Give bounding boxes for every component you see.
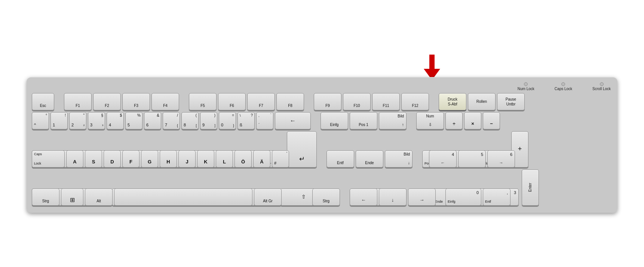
key-j[interactable]: J: [178, 150, 196, 168]
key-pgdn[interactable]: Bild ↓: [385, 150, 413, 168]
key-f2[interactable]: F2: [93, 93, 121, 110]
key-sz[interactable]: ? ß \: [237, 112, 255, 129]
key-6[interactable]: & 6: [144, 112, 161, 129]
num-row: ° ^ ! 1 " 2 ² § 3 ³ $ 4 % 5: [32, 112, 612, 129]
key-alt-gr[interactable]: Alt Gr: [254, 188, 282, 206]
fn-row: Esc F1 F2 F3 F4 F5 F6 F7 F8 F9 F10 F11 F…: [32, 93, 612, 110]
key-f7[interactable]: F7: [247, 93, 275, 110]
key-numlock[interactable]: Num ⇩: [416, 112, 444, 129]
num-lock-dot: [524, 82, 528, 86]
key-f8[interactable]: F8: [276, 93, 304, 110]
arrow-shaft: [429, 55, 435, 69]
caps-lock-dot: [561, 82, 565, 86]
caps-lock-indicator: Caps Lock: [555, 82, 572, 91]
key-4[interactable]: $ 4: [107, 112, 124, 129]
key-8[interactable]: ( 8 [: [181, 112, 199, 129]
key-backspace-label: ←: [290, 117, 296, 124]
key-num-enter[interactable]: Enter: [522, 169, 539, 206]
key-k[interactable]: K: [197, 150, 214, 168]
key-f11[interactable]: F11: [372, 93, 400, 110]
key-esc[interactable]: Esc: [32, 93, 54, 110]
key-7[interactable]: / 7 {: [163, 112, 180, 129]
key-home[interactable]: Pos 1: [350, 112, 377, 129]
key-esc-label: Esc: [32, 104, 54, 108]
key-caps-lock[interactable]: Caps Lock: [32, 150, 65, 168]
key-enter[interactable]: ↵: [287, 131, 317, 168]
key-oe[interactable]: Ö: [234, 150, 252, 168]
key-num6[interactable]: 6 →: [487, 150, 515, 168]
key-f6[interactable]: F6: [218, 93, 246, 110]
key-h[interactable]: H: [160, 150, 177, 168]
key-f5[interactable]: F5: [189, 93, 217, 110]
key-2[interactable]: " 2 ²: [69, 112, 86, 129]
red-arrow: [424, 55, 440, 80]
key-win[interactable]: ⊞: [61, 188, 83, 206]
arrow-container: [27, 55, 617, 77]
key-right[interactable]: →: [408, 188, 436, 206]
keyboard: Num Lock Caps Lock Scroll Lock Esc F1 F2…: [27, 77, 617, 213]
key-s[interactable]: S: [85, 150, 102, 168]
key-5[interactable]: % 5: [125, 112, 142, 129]
key-f[interactable]: F: [122, 150, 139, 168]
key-rollen-label: Rollen: [476, 99, 487, 104]
key-rollen[interactable]: Rollen: [468, 93, 496, 110]
key-delete[interactable]: Entf: [326, 150, 354, 168]
key-num4[interactable]: 4 ←: [429, 150, 457, 168]
key-alt-left[interactable]: Alt: [85, 188, 113, 206]
key-down[interactable]: ↓: [379, 188, 407, 206]
key-space[interactable]: [114, 188, 252, 206]
key-caret[interactable]: ° ^: [32, 112, 49, 129]
key-d[interactable]: D: [104, 150, 121, 168]
key-enter-area: ↵: [287, 131, 317, 168]
key-f3[interactable]: F3: [122, 93, 150, 110]
key-num5[interactable]: 5: [458, 150, 486, 168]
key-num-enter-area: Enter: [522, 169, 539, 206]
key-1[interactable]: ! 1: [50, 112, 68, 129]
key-strg-left[interactable]: Strg: [32, 188, 59, 206]
key-print-label: DruckS-Abf: [448, 97, 457, 107]
key-end[interactable]: Ende: [356, 150, 383, 168]
key-pgup[interactable]: Bild ↑: [379, 112, 407, 129]
key-a[interactable]: A: [66, 150, 83, 168]
key-ae[interactable]: Ä: [253, 150, 270, 168]
key-insert[interactable]: Einfg: [321, 112, 348, 129]
key-0[interactable]: = 0 }: [219, 112, 236, 129]
scroll-lock-label: Scroll Lock: [592, 87, 611, 91]
key-f9[interactable]: F9: [314, 93, 341, 110]
key-g[interactable]: G: [141, 150, 158, 168]
key-f10[interactable]: F10: [343, 93, 371, 110]
num-lock-indicator: Num Lock: [518, 82, 534, 91]
caps-lock-label: Caps Lock: [555, 87, 572, 91]
scroll-lock-indicator: Scroll Lock: [592, 82, 611, 91]
key-print-screen[interactable]: DruckS-Abf: [439, 93, 466, 110]
key-3[interactable]: § 3 ³: [88, 112, 105, 129]
key-num-div[interactable]: ÷: [445, 112, 463, 129]
key-backspace[interactable]: ←: [275, 112, 311, 129]
key-pause-label: PauseUntbr: [506, 97, 516, 107]
key-left[interactable]: ←: [350, 188, 377, 206]
key-pause[interactable]: PauseUntbr: [497, 93, 525, 110]
key-num-del[interactable]: , Entf: [483, 188, 510, 206]
key-backtick[interactable]: ` ´ ,: [256, 112, 273, 129]
key-f4[interactable]: F4: [151, 93, 179, 110]
num-lock-label: Num Lock: [518, 87, 534, 91]
key-strg-right[interactable]: Strg: [312, 188, 340, 206]
key-9[interactable]: ) 9 ]: [200, 112, 217, 129]
key-f12[interactable]: F12: [401, 93, 429, 110]
key-num0[interactable]: 0 Einfg: [445, 188, 481, 206]
key-l[interactable]: L: [216, 150, 233, 168]
key-hash[interactable]: ' #: [272, 150, 289, 168]
key-num-minus[interactable]: −: [483, 112, 500, 129]
key-num-mul[interactable]: ×: [464, 112, 481, 129]
scroll-lock-dot: [600, 82, 604, 86]
key-f1[interactable]: F1: [64, 93, 92, 110]
